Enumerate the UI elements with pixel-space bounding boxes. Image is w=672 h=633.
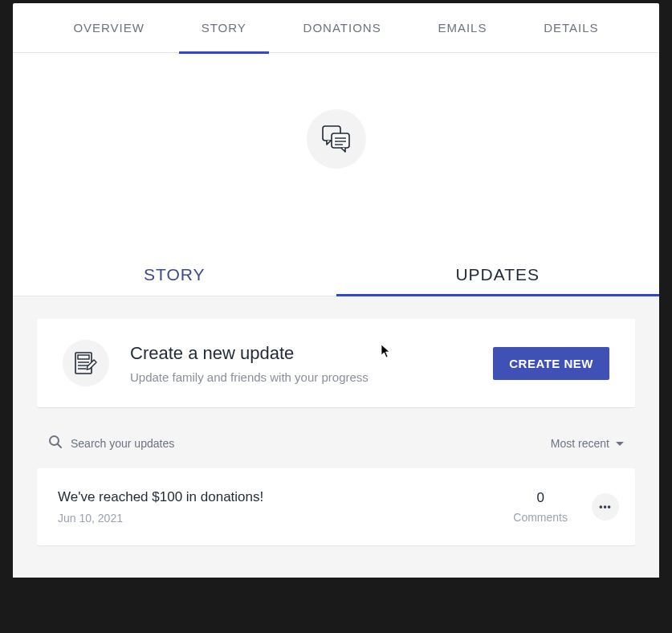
create-new-button[interactable]: CREATE NEW — [493, 347, 609, 380]
svg-rect-6 — [78, 355, 89, 359]
dots-icon: ••• — [599, 501, 612, 513]
sub-tabs: STORY UPDATES — [13, 254, 659, 296]
create-subtitle: Update family and friends with your prog… — [130, 370, 493, 384]
update-item[interactable]: We've reached $100 in donations! Jun 10,… — [37, 468, 635, 545]
search-placeholder: Search your updates — [71, 437, 174, 450]
controls-row: Search your updates Most recent — [37, 435, 635, 452]
caret-down-icon — [616, 442, 624, 446]
sort-label: Most recent — [551, 437, 609, 450]
body-area: STORY UPDATES Create a new update — [13, 53, 659, 578]
chat-bubble-icon — [307, 109, 366, 169]
search-icon — [48, 435, 63, 452]
more-options-button[interactable]: ••• — [592, 493, 619, 521]
sort-dropdown[interactable]: Most recent — [551, 437, 624, 450]
nav-story[interactable]: STORY — [195, 3, 253, 53]
update-comments: 0 Comments — [513, 490, 568, 524]
svg-line-11 — [58, 444, 61, 447]
update-date: Jun 10, 2021 — [58, 512, 513, 525]
nav-donations[interactable]: DONATIONS — [297, 3, 388, 53]
nav-overview[interactable]: OVERVIEW — [67, 3, 151, 53]
search-updates[interactable]: Search your updates — [48, 435, 174, 452]
nav-details[interactable]: DETAILS — [537, 3, 605, 53]
document-edit-icon — [63, 340, 109, 386]
comments-count: 0 — [513, 490, 568, 506]
comments-label: Comments — [513, 511, 568, 524]
sub-tab-updates[interactable]: UPDATES — [336, 254, 660, 296]
create-title: Create a new update — [130, 343, 493, 364]
updates-area: Create a new update Update family and fr… — [13, 296, 659, 578]
nav-emails[interactable]: EMAILS — [431, 3, 493, 53]
svg-rect-1 — [332, 133, 349, 148]
top-nav: OVERVIEW STORY DONATIONS EMAILS DETAILS — [13, 3, 659, 53]
update-main: We've reached $100 in donations! Jun 10,… — [58, 489, 513, 525]
sub-tab-story[interactable]: STORY — [13, 254, 336, 296]
main-panel: OVERVIEW STORY DONATIONS EMAILS DETAILS … — [13, 3, 659, 578]
create-update-card: Create a new update Update family and fr… — [37, 319, 635, 407]
create-text: Create a new update Update family and fr… — [130, 343, 493, 384]
update-title: We've reached $100 in donations! — [58, 489, 513, 505]
